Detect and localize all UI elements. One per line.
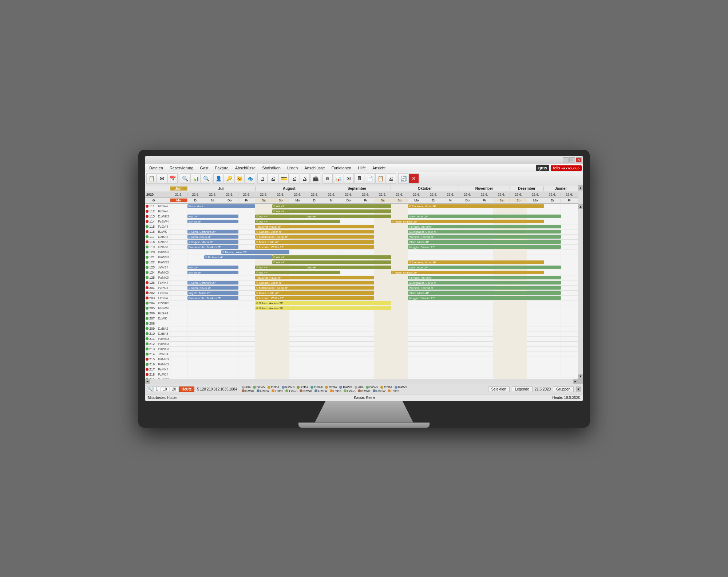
tool-list[interactable]: 📋 [375, 173, 385, 184]
day-cell[interactable] [374, 295, 391, 301]
day-cell[interactable] [459, 346, 476, 352]
day-cell[interactable] [476, 367, 493, 372]
day-cell[interactable] [561, 229, 578, 234]
day-cell[interactable] [493, 321, 510, 326]
day-cell[interactable] [425, 377, 442, 379]
day-cell[interactable] [561, 239, 578, 244]
day-cell[interactable] [187, 336, 205, 341]
day-cell[interactable] [374, 362, 391, 367]
day-cell[interactable] [374, 321, 391, 326]
day-cell[interactable] [391, 214, 408, 219]
booking-bar[interactable]: Trausner, Klaus 4P [255, 225, 374, 228]
day-cell[interactable] [255, 204, 272, 209]
dow-col-20[interactable]: So [510, 199, 527, 202]
day-cell[interactable] [238, 229, 256, 234]
date-col-13[interactable]: 22.6. [391, 193, 408, 196]
day-cells-201[interactable]: ©Kühn, Klaus 2P©Mitterwallner, Sepp 4PWe… [170, 285, 578, 290]
booking-bar[interactable]: ©Moser, Lukas 2P [221, 250, 289, 254]
scroll-up-btn[interactable]: ▲ [578, 204, 583, 209]
day-cell[interactable] [476, 311, 493, 316]
day-cell[interactable] [561, 224, 578, 229]
tool-email2[interactable]: ✉ [344, 173, 354, 184]
day-cell[interactable] [221, 346, 238, 352]
table-row[interactable]: 120PaWS3©Moser, Lukas 2P [145, 250, 578, 255]
day-cell[interactable] [170, 214, 187, 219]
day-cell[interactable] [306, 311, 323, 316]
zoom-20[interactable]: 20 [170, 386, 178, 392]
booking-bar[interactable]: ©Schulz, Andrea 2P [255, 301, 391, 305]
date-col-21[interactable]: 22.6. [527, 193, 544, 196]
day-cell[interactable] [221, 341, 238, 346]
day-cell[interactable] [391, 224, 408, 229]
day-cell[interactable] [374, 336, 391, 341]
day-cell[interactable] [306, 372, 323, 377]
day-cell[interactable] [289, 250, 306, 255]
menu-ansicht[interactable]: Ansicht [369, 165, 388, 171]
day-cell[interactable] [323, 311, 340, 316]
day-cell[interactable] [221, 301, 238, 306]
day-cell[interactable] [442, 331, 459, 336]
arrow-up-btn[interactable]: ▲ [576, 386, 581, 392]
day-cell[interactable] [527, 336, 544, 341]
day-cell[interactable] [510, 372, 527, 377]
dow-col-22[interactable]: Di [544, 199, 561, 202]
day-cell[interactable] [170, 336, 187, 341]
table-row[interactable]: 219PaWS3 [145, 377, 578, 379]
tool-key[interactable]: 🔑 [224, 173, 234, 184]
day-cell[interactable] [221, 275, 238, 280]
date-col-2[interactable]: 22.6. [204, 193, 221, 196]
day-cell[interactable] [544, 346, 561, 352]
scroll-up-arrow[interactable]: ▲ [578, 185, 583, 191]
day-cell[interactable] [340, 326, 357, 331]
day-cell[interactable] [561, 352, 578, 357]
day-cell[interactable] [374, 224, 391, 229]
dow-col-17[interactable]: Do [459, 199, 476, 202]
day-cell[interactable] [510, 362, 527, 367]
day-cell[interactable] [561, 265, 578, 270]
day-cell[interactable] [408, 316, 425, 321]
day-cell[interactable] [221, 372, 238, 377]
day-cell[interactable] [374, 311, 391, 316]
day-cell[interactable] [323, 336, 340, 341]
day-cell[interactable] [204, 260, 221, 265]
table-row[interactable]: 214JsWS4 [145, 352, 578, 357]
day-cell[interactable] [289, 362, 306, 367]
day-cell[interactable] [476, 352, 493, 357]
dow-col-0[interactable]: Mo [170, 199, 187, 202]
day-cell[interactable] [442, 301, 459, 306]
legend-item[interactable]: PsRo [272, 389, 283, 393]
day-cell[interactable] [170, 280, 187, 285]
tool-email[interactable]: ✉ [157, 173, 167, 184]
day-cell[interactable] [544, 219, 561, 224]
day-cell[interactable] [340, 331, 357, 336]
day-cell[interactable] [391, 301, 408, 306]
day-cell[interactable] [391, 372, 408, 377]
booking-bar[interactable]: ©Vogele, Maria 2P [187, 240, 238, 244]
day-cell[interactable] [221, 316, 238, 321]
legend-item[interactable]: DzBA [268, 385, 280, 389]
day-cell[interactable] [561, 367, 578, 372]
day-cell[interactable] [391, 311, 408, 316]
day-cell[interactable] [561, 280, 578, 285]
day-cell[interactable] [204, 321, 221, 326]
day-cell[interactable] [170, 209, 187, 214]
minimize-button[interactable]: — [563, 157, 569, 162]
day-cell[interactable] [238, 219, 256, 224]
booking-bar[interactable]: ©Abl 4P [272, 255, 391, 259]
day-cell[interactable] [561, 301, 578, 306]
dow-col-16[interactable]: Mi [442, 199, 459, 202]
day-cell[interactable] [238, 377, 256, 379]
day-cell[interactable] [238, 270, 256, 275]
day-cell[interactable] [544, 209, 561, 214]
day-cell[interactable] [544, 250, 561, 255]
day-cell[interactable] [391, 285, 408, 290]
day-cell[interactable] [408, 372, 425, 377]
day-cell[interactable] [510, 357, 527, 362]
day-cell[interactable] [561, 209, 578, 214]
day-cell[interactable] [391, 265, 408, 270]
tool-calendar[interactable]: 📅 [167, 173, 178, 184]
day-cell[interactable] [561, 244, 578, 250]
day-cell[interactable] [170, 377, 187, 379]
day-cell[interactable] [340, 362, 357, 367]
dow-col-8[interactable]: Di [306, 199, 323, 202]
